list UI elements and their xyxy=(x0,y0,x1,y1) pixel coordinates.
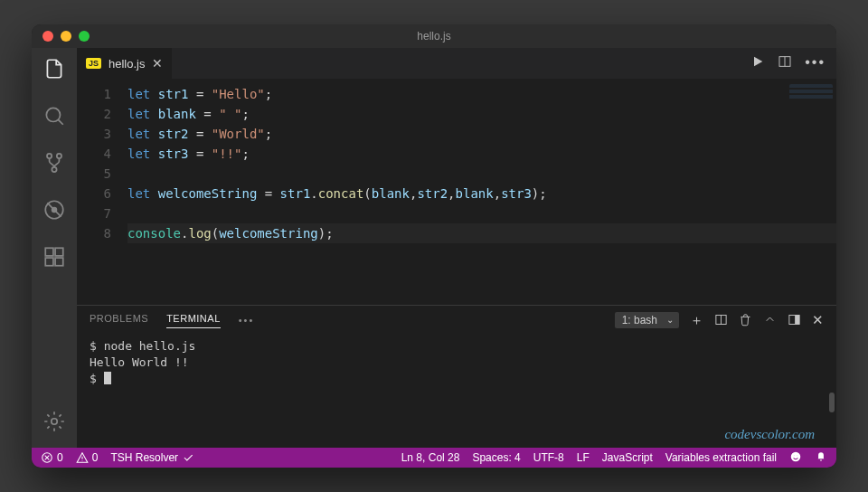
terminal-select[interactable]: 1: bash ⌄ xyxy=(615,312,679,328)
settings-icon[interactable] xyxy=(42,410,66,437)
debug-icon[interactable] xyxy=(42,198,66,225)
panel-overflow-icon[interactable]: ••• xyxy=(239,315,255,326)
svg-point-0 xyxy=(46,108,60,121)
minimize-window-button[interactable] xyxy=(61,31,71,42)
activity-bar xyxy=(32,48,77,448)
svg-point-18 xyxy=(797,455,798,457)
explorer-icon[interactable] xyxy=(42,57,66,84)
code-editor[interactable]: 12345678 let str1 = "Hello";let blank = … xyxy=(77,79,836,305)
terminal-scrollbar[interactable] xyxy=(829,393,835,412)
minimap[interactable] xyxy=(789,84,833,108)
close-panel-icon[interactable]: ✕ xyxy=(812,312,824,328)
bell-icon[interactable] xyxy=(815,450,827,466)
window-title: hello.js xyxy=(32,30,836,43)
status-message[interactable]: Variables extraction fail xyxy=(665,451,777,464)
source-control-icon[interactable] xyxy=(42,151,66,178)
bottom-panel: PROBLEMS TERMINAL ••• 1: bash ⌄ ＋ ✕ xyxy=(77,305,836,448)
svg-rect-8 xyxy=(45,258,53,266)
status-errors[interactable]: 0 xyxy=(41,451,63,464)
status-spaces[interactable]: Spaces: 4 xyxy=(472,451,520,464)
vscode-window: hello.js xyxy=(32,24,836,468)
js-file-icon: JS xyxy=(86,58,101,69)
close-window-button[interactable] xyxy=(42,31,53,42)
status-cursor[interactable]: Ln 8, Col 28 xyxy=(401,451,460,464)
terminal-output[interactable]: $ node hello.js Hello World !! $ codevsc… xyxy=(77,335,836,448)
status-language[interactable]: JavaScript xyxy=(602,451,653,464)
terminal-cursor xyxy=(104,372,111,384)
svg-point-5 xyxy=(52,207,58,213)
svg-point-3 xyxy=(52,167,56,172)
svg-rect-6 xyxy=(45,248,53,256)
tab-filename: hello.js xyxy=(108,57,145,71)
terminal-line: $ xyxy=(90,371,824,387)
maximize-panel-icon[interactable] xyxy=(763,313,777,328)
panel-tabs: PROBLEMS TERMINAL ••• 1: bash ⌄ ＋ ✕ xyxy=(77,306,836,335)
feedback-icon[interactable] xyxy=(789,450,802,466)
editor-tab[interactable]: JS hello.js ✕ xyxy=(77,48,172,79)
terminal-line: $ node hello.js xyxy=(90,338,824,355)
svg-point-10 xyxy=(52,419,58,425)
tab-bar: JS hello.js ✕ ••• xyxy=(77,48,836,79)
split-terminal-icon[interactable] xyxy=(714,313,728,328)
main-column: JS hello.js ✕ ••• 12345678 let str1 = "H… xyxy=(77,48,836,448)
editor-actions: ••• xyxy=(750,54,836,72)
terminal-line: Hello World !! xyxy=(90,355,824,371)
new-terminal-icon[interactable]: ＋ xyxy=(690,312,703,329)
more-actions-icon[interactable]: ••• xyxy=(805,54,826,72)
status-encoding[interactable]: UTF-8 xyxy=(533,451,564,464)
toggle-panel-icon[interactable] xyxy=(788,313,801,328)
status-bar: 0 0 TSH Resolver Ln 8, Col 28 Spaces: 4 … xyxy=(32,448,836,468)
chevron-down-icon: ⌄ xyxy=(666,315,674,325)
svg-rect-14 xyxy=(795,315,799,324)
extensions-icon[interactable] xyxy=(42,245,66,272)
svg-point-16 xyxy=(791,451,801,461)
svg-rect-9 xyxy=(55,258,63,266)
titlebar: hello.js xyxy=(32,24,836,48)
terminal-tab[interactable]: TERMINAL xyxy=(166,313,221,328)
svg-point-2 xyxy=(57,154,61,158)
body-area: JS hello.js ✕ ••• 12345678 let str1 = "H… xyxy=(32,48,836,448)
code-content: let str1 = "Hello";let blank = " ";let s… xyxy=(127,84,836,305)
status-warnings[interactable]: 0 xyxy=(76,451,99,464)
maximize-window-button[interactable] xyxy=(79,31,90,42)
svg-rect-7 xyxy=(55,248,63,256)
run-icon[interactable] xyxy=(750,54,765,72)
traffic-lights xyxy=(42,31,90,42)
status-eol[interactable]: LF xyxy=(577,451,590,464)
terminal-toolbar: 1: bash ⌄ ＋ ✕ xyxy=(615,312,824,329)
line-gutter: 12345678 xyxy=(77,84,127,305)
watermark: codevscolor.com xyxy=(724,426,815,442)
status-ext[interactable]: TSH Resolver xyxy=(110,451,194,464)
svg-point-17 xyxy=(793,455,795,457)
terminal-select-label: 1: bash xyxy=(622,314,657,326)
close-tab-icon[interactable]: ✕ xyxy=(152,56,163,71)
split-editor-icon[interactable] xyxy=(778,54,792,72)
problems-tab[interactable]: PROBLEMS xyxy=(90,313,148,327)
svg-point-1 xyxy=(47,154,52,158)
search-icon[interactable] xyxy=(42,104,66,131)
kill-terminal-icon[interactable] xyxy=(739,313,752,328)
